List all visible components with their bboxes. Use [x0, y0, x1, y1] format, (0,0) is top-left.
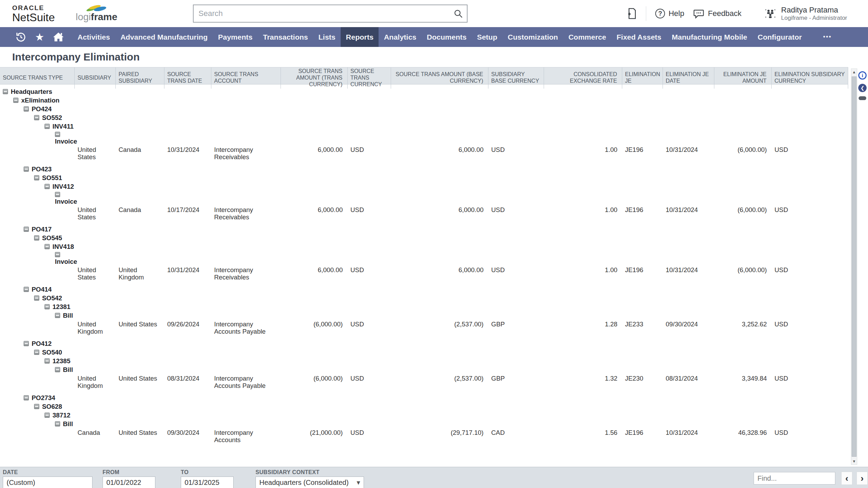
- tree-node-inv418[interactable]: INV418: [52, 243, 74, 251]
- collapse-icon[interactable]: [34, 235, 39, 241]
- report-info-icon[interactable]: i: [858, 71, 867, 80]
- nav-item-commerce[interactable]: Commerce: [563, 27, 611, 47]
- feedback-menu[interactable]: Feedback: [693, 8, 741, 19]
- collapse-icon[interactable]: [55, 367, 60, 372]
- column-header-elimination-je-amount[interactable]: ELIMINATION JE AMOUNT: [714, 67, 772, 89]
- tree-node-12381[interactable]: 12381: [52, 303, 70, 311]
- tree-node-12385[interactable]: 12385: [52, 357, 70, 365]
- recent-records-icon[interactable]: [14, 30, 28, 44]
- column-header-elimination-je[interactable]: ELIMINATION JE: [622, 67, 663, 89]
- collapse-icon[interactable]: [34, 115, 39, 120]
- tree-node-po2734-bill[interactable]: Bill: [63, 420, 73, 428]
- nav-item-payments[interactable]: Payments: [213, 27, 258, 47]
- date-filter-input[interactable]: [3, 477, 92, 488]
- collapse-icon[interactable]: [44, 124, 50, 129]
- tree-node-so540[interactable]: SO540: [42, 349, 62, 356]
- netsuite-logo[interactable]: ORACLE NetSuite: [12, 5, 55, 23]
- nav-overflow-icon[interactable]: •••: [817, 27, 838, 47]
- tree-node-po412[interactable]: PO412: [32, 340, 52, 348]
- home-icon[interactable]: [51, 30, 65, 44]
- from-date-input[interactable]: [103, 477, 155, 488]
- scroll-down-arrow[interactable]: ▼: [851, 459, 857, 463]
- nav-item-customization[interactable]: Customization: [502, 27, 563, 47]
- subsidiary-context-select[interactable]: Headquarters (Consolidated) ▾: [255, 477, 364, 488]
- column-header-consolidated-exchange-rate[interactable]: CONSOLIDATED EXCHANGE RATE: [544, 67, 622, 89]
- collapse-icon[interactable]: [55, 132, 60, 137]
- search-icon[interactable]: [453, 8, 463, 19]
- tree-node-po423-invoice[interactable]: Invoice: [55, 198, 77, 205]
- collapse-icon[interactable]: [24, 166, 29, 172]
- column-header-elimination-subsidiary-currency[interactable]: ELIMINATION SUBSIDIARY CURRENCY: [772, 67, 848, 89]
- collapse-icon[interactable]: [55, 421, 60, 426]
- nav-item-transactions[interactable]: Transactions: [258, 27, 313, 47]
- column-header-source-trans-amount-base-currency[interactable]: SOURCE TRANS AMOUNT (BASE CURRENCY): [391, 67, 488, 89]
- column-header-subsidiary-base-currency[interactable]: SUBSIDIARY BASE CURRENCY: [488, 67, 544, 89]
- collapse-icon[interactable]: [34, 175, 39, 180]
- tree-node-po417[interactable]: PO417: [32, 226, 52, 233]
- nav-item-configurator[interactable]: Configurator: [753, 27, 807, 47]
- collapse-icon[interactable]: [24, 227, 29, 232]
- add-record-icon[interactable]: [626, 8, 637, 19]
- nav-item-documents[interactable]: Documents: [422, 27, 472, 47]
- help-menu[interactable]: ? Help: [655, 9, 684, 18]
- nav-item-lists[interactable]: Lists: [313, 27, 341, 47]
- tree-node-po423[interactable]: PO423: [32, 165, 52, 173]
- tree-node-38712[interactable]: 38712: [52, 412, 70, 419]
- column-header-source-trans-date[interactable]: SOURCE TRANS DATE: [164, 67, 211, 89]
- nav-item-analytics[interactable]: Analytics: [379, 27, 421, 47]
- column-header-source-trans-amount-trans-currency[interactable]: SOURCE TRANS AMOUNT (TRANS CURRENCY): [281, 67, 348, 89]
- collapse-icon[interactable]: [55, 192, 60, 197]
- tree-node-xelimination[interactable]: xElimination: [21, 97, 59, 104]
- nav-item-fixed-assets[interactable]: Fixed Assets: [611, 27, 667, 47]
- panel-handle[interactable]: [859, 96, 866, 100]
- tree-node-po412-bill[interactable]: Bill: [63, 366, 73, 374]
- scrollbar-thumb[interactable]: [852, 76, 857, 457]
- collapse-icon[interactable]: [44, 358, 50, 364]
- collapse-icon[interactable]: [44, 413, 50, 418]
- shortcuts-star-icon[interactable]: ★: [33, 30, 47, 44]
- nav-item-advanced-manufacturing[interactable]: Advanced Manufacturing: [115, 27, 213, 47]
- column-header-source-trans-currency[interactable]: SOURCE TRANS CURRENCY: [348, 67, 391, 89]
- user-menu[interactable]: Raditya Pratama Logiframe - Administrato…: [764, 6, 847, 22]
- collapse-icon[interactable]: [44, 304, 50, 309]
- tree-node-po414-bill[interactable]: Bill: [63, 312, 73, 319]
- collapse-icon[interactable]: [13, 98, 18, 103]
- tree-node-so542[interactable]: SO542: [42, 294, 62, 302]
- nav-item-activities[interactable]: Activities: [72, 27, 115, 47]
- collapse-icon[interactable]: [44, 184, 50, 189]
- tree-node-po417-invoice[interactable]: Invoice: [55, 258, 77, 266]
- tree-node-po424-invoice[interactable]: Invoice: [55, 138, 77, 145]
- collapse-icon[interactable]: [34, 295, 39, 301]
- collapse-icon[interactable]: [55, 252, 60, 257]
- tree-node-inv411[interactable]: INV411: [52, 123, 74, 130]
- tree-node-headquarters[interactable]: Headquarters: [11, 88, 52, 96]
- collapse-icon[interactable]: [34, 404, 39, 409]
- scroll-up-arrow[interactable]: ▲: [851, 70, 857, 74]
- collapse-icon[interactable]: [3, 89, 8, 94]
- vertical-scrollbar[interactable]: ▲ ▼: [851, 68, 857, 465]
- column-header-paired-subsidiary[interactable]: PAIRED SUBSIDIARY: [116, 67, 164, 89]
- collapse-icon[interactable]: [55, 313, 60, 318]
- to-date-input[interactable]: [181, 477, 234, 488]
- collapse-icon[interactable]: [24, 395, 29, 400]
- column-header-source-trans-account[interactable]: SOURCE TRANS ACCOUNT: [211, 67, 281, 89]
- tree-node-po414[interactable]: PO414: [32, 286, 52, 293]
- tree-node-inv412[interactable]: INV412: [52, 183, 74, 190]
- collapse-icon[interactable]: [44, 244, 50, 249]
- tree-node-po2734[interactable]: PO2734: [32, 394, 55, 402]
- column-header-source-trans-type[interactable]: SOURCE TRANS TYPE: [0, 67, 75, 89]
- tree-node-so552[interactable]: SO552: [42, 114, 62, 122]
- search-input[interactable]: [193, 5, 468, 23]
- find-input[interactable]: [754, 472, 835, 485]
- next-page-button[interactable]: ›: [857, 472, 868, 485]
- nav-item-setup[interactable]: Setup: [472, 27, 502, 47]
- collapse-icon[interactable]: [34, 350, 39, 355]
- nav-item-manufacturing-mobile[interactable]: Manufacturing Mobile: [667, 27, 753, 47]
- tree-node-so628[interactable]: SO628: [42, 403, 62, 410]
- collapse-panel-icon[interactable]: ❮: [858, 84, 867, 92]
- tree-node-po424[interactable]: PO424: [32, 105, 52, 113]
- collapse-icon[interactable]: [24, 106, 29, 112]
- prev-page-button[interactable]: ‹: [841, 472, 852, 485]
- tree-node-so545[interactable]: SO545: [42, 234, 62, 242]
- tree-node-so551[interactable]: SO551: [42, 174, 62, 182]
